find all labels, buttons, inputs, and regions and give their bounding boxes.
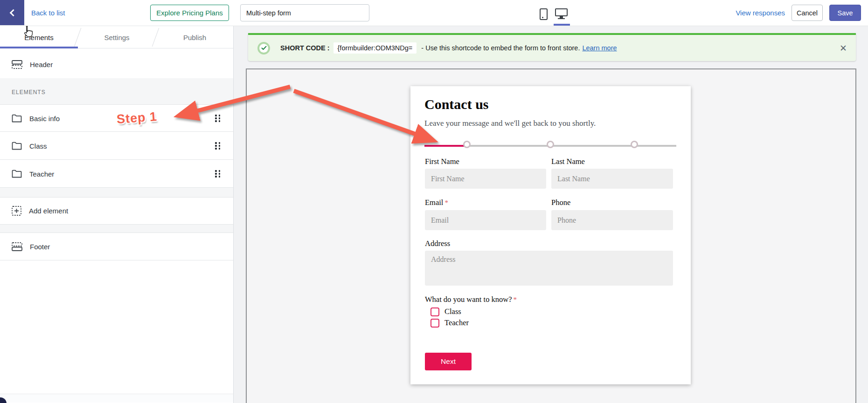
- add-element-button[interactable]: Add element: [0, 198, 233, 225]
- next-step-button[interactable]: Next: [425, 353, 472, 370]
- form-preview-card: Contact us Leave your message and we'll …: [410, 86, 691, 384]
- header-section-icon: [12, 60, 22, 69]
- monitor-base: [558, 18, 565, 20]
- checkbox-option-teacher[interactable]: Teacher: [431, 318, 469, 328]
- shortcode-value[interactable]: {formbuilder:ODM3NDg=: [333, 42, 417, 54]
- question-label: What do you want to know?*: [425, 295, 517, 304]
- shortcode-banner: SHORT CODE : {formbuilder:ODM3NDg= - Use…: [248, 33, 856, 61]
- learn-more-link[interactable]: Learn more: [582, 44, 617, 52]
- first-name-label: First Name: [425, 157, 459, 166]
- explore-pricing-button[interactable]: Explore Pricing Plans: [150, 5, 229, 21]
- monitor-screen: [555, 8, 568, 16]
- form-name-input[interactable]: [240, 4, 369, 21]
- address-textarea[interactable]: [425, 251, 673, 286]
- add-element-label: Add element: [29, 207, 68, 215]
- drag-handle-icon[interactable]: [215, 170, 220, 178]
- add-element-icon: [12, 206, 21, 216]
- progress-fill: [424, 145, 467, 147]
- sidebar-item-teacher[interactable]: Teacher: [0, 160, 233, 188]
- tab-publish[interactable]: Publish: [156, 26, 234, 48]
- progress-step-node: [631, 141, 638, 148]
- sidebar-gap: [0, 188, 233, 198]
- form-title: Contact us: [424, 96, 489, 112]
- drag-handle-icon[interactable]: [215, 142, 220, 150]
- sidebar-item-footer[interactable]: Footer: [0, 233, 233, 260]
- step-progress-bar: [424, 141, 676, 151]
- back-to-list-link[interactable]: Back to list: [31, 0, 65, 25]
- shortcode-label: SHORT CODE :: [280, 44, 330, 52]
- first-name-input[interactable]: [425, 169, 546, 189]
- sidebar-item-label: Basic info: [29, 115, 60, 123]
- email-input[interactable]: [425, 210, 546, 230]
- checkbox-label: Class: [444, 307, 461, 316]
- active-tab-underline: [0, 47, 78, 48]
- folder-icon: [12, 142, 22, 150]
- required-asterisk: *: [444, 199, 448, 206]
- desktop-active-indicator: [554, 24, 570, 26]
- sidebar-item-label: Class: [29, 142, 47, 150]
- progress-step-node: [547, 141, 554, 148]
- back-chevron-icon: [9, 9, 17, 16]
- back-button[interactable]: [0, 0, 24, 25]
- success-check-icon: [257, 42, 270, 55]
- form-subtitle: Leave your message and we'll get back to…: [424, 119, 596, 128]
- form-preview-panel: Contact us Leave your message and we'll …: [246, 68, 856, 403]
- sidebar-gap: [0, 225, 233, 233]
- phone-label: Phone: [551, 198, 570, 207]
- elements-section-header: ELEMENTS: [0, 80, 233, 105]
- address-label: Address: [425, 239, 450, 248]
- sidebar-item-class[interactable]: Class: [0, 132, 233, 160]
- folder-icon: [12, 114, 22, 123]
- banner-close-icon[interactable]: ✕: [838, 43, 848, 53]
- checkbox-label: Teacher: [444, 318, 469, 328]
- cancel-button[interactable]: Cancel: [792, 5, 823, 21]
- save-button[interactable]: Save: [829, 5, 861, 21]
- sidebar-item-header[interactable]: Header: [0, 50, 233, 79]
- sidebar-item-label: Teacher: [29, 170, 54, 178]
- folder-icon: [12, 170, 22, 178]
- progress-step-node: [463, 141, 471, 148]
- last-name-input[interactable]: [551, 169, 673, 189]
- topbar: Back to list Explore Pricing Plans View …: [0, 0, 868, 26]
- mobile-preview-icon[interactable]: [540, 8, 548, 20]
- required-asterisk: *: [514, 296, 517, 303]
- sidebar-item-basic-info[interactable]: Basic info: [0, 105, 233, 132]
- elements-section-label: ELEMENTS: [12, 89, 46, 96]
- view-responses-link[interactable]: View responses: [736, 9, 785, 17]
- last-name-label: Last Name: [551, 157, 585, 166]
- phone-input[interactable]: [551, 210, 673, 230]
- sidebar-scrollbar-track[interactable]: [0, 394, 233, 403]
- sidebar-item-label: Header: [30, 61, 53, 68]
- app-window: Back to list Explore Pricing Plans View …: [0, 0, 868, 403]
- checkbox-icon[interactable]: [431, 319, 439, 328]
- main-area: SHORT CODE : {formbuilder:ODM3NDg= - Use…: [234, 26, 868, 403]
- device-preview-toggle: [540, 7, 577, 21]
- footer-section-icon: [12, 242, 22, 251]
- footer-item-label: Footer: [30, 243, 50, 251]
- checkbox-icon[interactable]: [431, 307, 439, 316]
- topbar-actions: View responses Cancel Save: [736, 5, 861, 21]
- tab-elements[interactable]: Elements: [0, 26, 78, 48]
- shortcode-message: - Use this shortcode to embed the form t…: [421, 44, 580, 52]
- desktop-preview-icon[interactable]: [555, 8, 568, 20]
- drag-handle-icon[interactable]: [215, 115, 220, 122]
- email-label: Email*: [425, 198, 448, 207]
- tab-settings[interactable]: Settings: [78, 26, 156, 48]
- builder-tabs: Elements Settings Publish: [0, 26, 233, 48]
- checkbox-option-class[interactable]: Class: [431, 307, 461, 316]
- sidebar: Elements Settings Publish Header ELEMENT…: [0, 26, 234, 403]
